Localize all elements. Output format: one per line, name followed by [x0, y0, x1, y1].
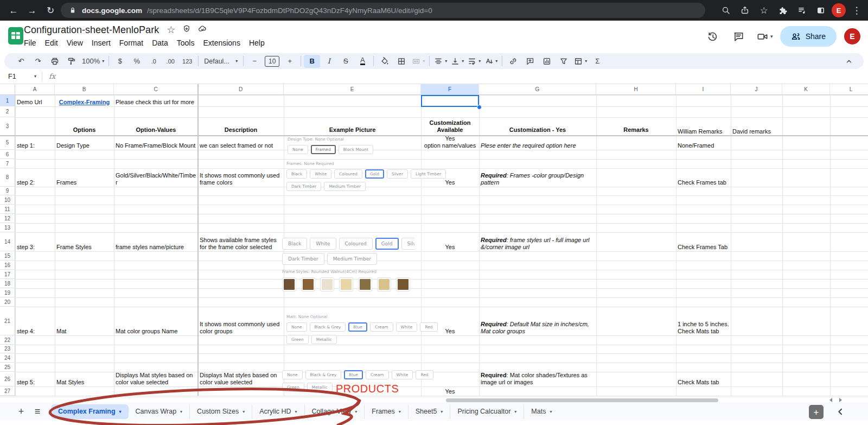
undo-button[interactable]: ↶: [13, 55, 29, 68]
insert-link-button[interactable]: [505, 55, 521, 68]
row-header-6[interactable]: 6: [0, 150, 15, 159]
browser-avatar[interactable]: E: [832, 3, 846, 17]
share-button[interactable]: Share: [780, 26, 837, 47]
row-header-17[interactable]: 17: [0, 270, 15, 279]
cell-G21[interactable]: Required: Default Mat size in inches/cm,…: [479, 307, 596, 335]
print-button[interactable]: [47, 55, 63, 68]
cell-C1[interactable]: Please check this url for more: [114, 95, 198, 106]
all-sheets-button[interactable]: ≡: [30, 404, 44, 418]
comments-button[interactable]: [728, 26, 750, 47]
selection-fill-handle[interactable]: [477, 105, 482, 110]
tab-mats[interactable]: Mats▾: [524, 404, 559, 419]
cell-D21[interactable]: It shows most commonly used color groups: [198, 307, 284, 335]
font-select[interactable]: Defaul...▾: [201, 55, 240, 68]
tab-collage-view[interactable]: Collage View▾: [304, 404, 365, 419]
cell-C14[interactable]: frame styles name/picture: [114, 232, 198, 251]
row-header-3[interactable]: 3: [0, 117, 15, 136]
insert-chart-button[interactable]: [539, 55, 555, 68]
scroll-left-icon[interactable]: [829, 398, 832, 402]
row-header-20[interactable]: 20: [0, 297, 15, 307]
column-header-H[interactable]: H: [596, 84, 676, 95]
menu-data[interactable]: Data: [148, 37, 173, 49]
borders-button[interactable]: [393, 55, 410, 68]
cell-I14[interactable]: Check Frames Tab: [676, 232, 731, 251]
cell-G5[interactable]: Plese enter the required option here: [479, 136, 596, 150]
cell-C21[interactable]: Mat color groups Name: [114, 307, 198, 335]
row-header-15[interactable]: 15: [0, 251, 15, 261]
more-formats-button[interactable]: 123: [179, 55, 195, 68]
extensions-button[interactable]: [775, 2, 791, 18]
cell-B26[interactable]: Mat Styles: [55, 372, 114, 386]
shield-plus-button[interactable]: [182, 24, 191, 36]
menu-insert[interactable]: Insert: [87, 37, 115, 49]
cell-F14[interactable]: Yes: [421, 232, 479, 251]
reading-list-button[interactable]: [794, 2, 810, 18]
cell-A14[interactable]: step 3:: [15, 232, 55, 251]
row-header-25[interactable]: 25: [0, 363, 15, 372]
format-percent-button[interactable]: %: [129, 55, 145, 68]
cell-B21[interactable]: Mat: [55, 307, 114, 335]
row-header-1[interactable]: 1: [0, 95, 15, 106]
row-header-23[interactable]: 23: [0, 345, 15, 353]
row-header-24[interactable]: 24: [0, 353, 15, 363]
cell-E3[interactable]: Example Picture: [284, 117, 421, 136]
tab-pricing-calcualtor[interactable]: Pricing Calcualtor▾: [450, 404, 524, 419]
fill-color-button[interactable]: [376, 55, 393, 68]
menu-edit[interactable]: Edit: [41, 37, 62, 49]
cell-A1[interactable]: Demo Url: [15, 95, 55, 106]
row-header-7[interactable]: 7: [0, 159, 15, 168]
row-header-13[interactable]: 13: [0, 223, 15, 232]
cell-C5[interactable]: No Frame/Frame/Block Mount: [114, 136, 198, 150]
browser-menu-button[interactable]: ⋮: [848, 2, 865, 18]
zoom-select[interactable]: 100%▾: [80, 55, 106, 68]
row-header-10[interactable]: 10: [0, 195, 15, 205]
star-button[interactable]: ☆: [167, 24, 175, 36]
row-header-18[interactable]: 18: [0, 279, 15, 288]
back-button[interactable]: ←: [5, 2, 22, 18]
cell-D26[interactable]: Displays Mat styles based on color value…: [198, 372, 284, 386]
chevron-left-icon[interactable]: [836, 407, 845, 418]
increase-decimals-button[interactable]: .00: [162, 55, 178, 68]
column-header-F[interactable]: F: [421, 84, 479, 95]
column-header-G[interactable]: G: [479, 84, 596, 95]
italic-button[interactable]: I: [321, 55, 337, 68]
tab-frames[interactable]: Frames▾: [364, 404, 407, 419]
menu-help[interactable]: Help: [245, 37, 269, 49]
cell-F3[interactable]: Customization Available: [421, 117, 479, 136]
cell-G3[interactable]: Customization - Yes: [479, 117, 596, 136]
share-upload-button[interactable]: [737, 2, 753, 18]
column-header-L[interactable]: L: [830, 84, 868, 95]
row-header-27[interactable]: 27: [0, 386, 15, 396]
cell-C8[interactable]: Gold/Silver/Black/White/Timber: [114, 168, 198, 187]
bold-button[interactable]: B: [304, 55, 320, 68]
cell-A26[interactable]: step 5:: [15, 372, 55, 386]
row-header-2[interactable]: 2: [0, 106, 15, 117]
row-header-8[interactable]: 8: [0, 168, 15, 187]
row-header-16[interactable]: 16: [0, 261, 15, 270]
column-header-J[interactable]: J: [731, 84, 782, 95]
forward-button[interactable]: →: [24, 2, 40, 18]
collapse-toolbar-button[interactable]: [841, 55, 857, 68]
tab-acrylic-hd[interactable]: Acrylic HD▾: [252, 404, 304, 419]
cell-I5[interactable]: None/Framed: [676, 136, 731, 150]
grid-corner[interactable]: [0, 84, 15, 95]
doc-title[interactable]: Configuration-sheet-MenloPark: [24, 24, 159, 36]
strikethrough-button[interactable]: S: [337, 55, 354, 68]
bookmark-star-button[interactable]: ☆: [756, 2, 772, 18]
tab-canvas-wrap[interactable]: Canvas Wrap▾: [129, 404, 190, 419]
menu-view[interactable]: View: [62, 37, 87, 49]
cell-D5[interactable]: we can select framed or not: [198, 136, 284, 150]
reload-button[interactable]: ↻: [42, 2, 59, 18]
cell-H3[interactable]: Remarks: [596, 117, 676, 136]
cell-G14[interactable]: Required: frame styles url - full image …: [479, 232, 596, 251]
cell-I8[interactable]: Check Frames tab: [676, 168, 731, 187]
history-button[interactable]: [702, 26, 724, 47]
column-header-E[interactable]: E: [284, 84, 421, 95]
column-header-B[interactable]: B: [55, 84, 114, 95]
tab-custom-sizes[interactable]: Custom Sizes▾: [189, 404, 252, 419]
cell-D3[interactable]: Description: [198, 117, 284, 136]
text-wrap-button[interactable]: ▾: [466, 55, 482, 68]
cell-B14[interactable]: Frame Styles: [55, 232, 114, 251]
menu-tools[interactable]: Tools: [173, 37, 199, 49]
horizontal-align-button[interactable]: ▾: [432, 55, 449, 68]
